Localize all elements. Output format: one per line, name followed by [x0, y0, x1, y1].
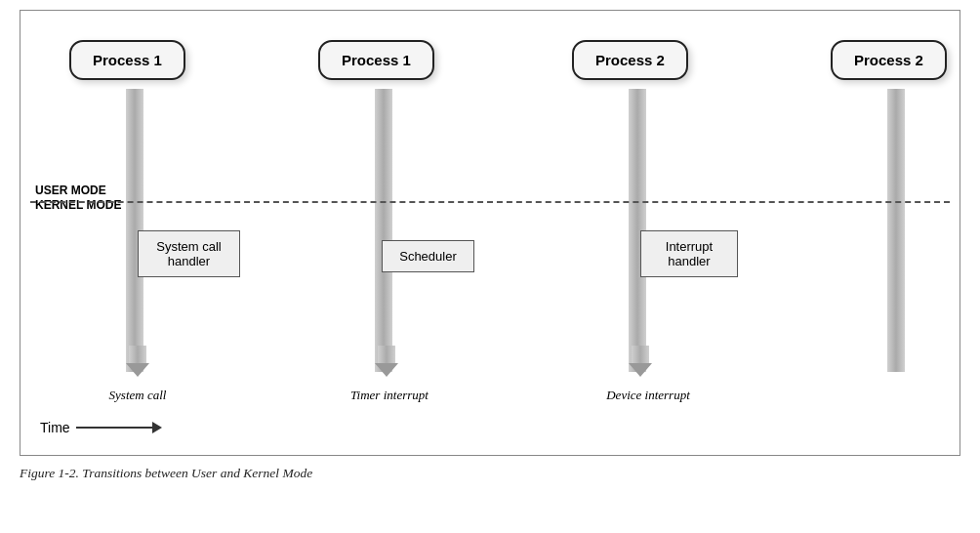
process-box-p2b: Process 2: [831, 40, 947, 80]
arrow-body-2: [378, 346, 395, 363]
arrow-head-2: [375, 363, 398, 377]
time-arrow-head: [152, 422, 162, 433]
time-section: Time: [40, 420, 154, 435]
arrow-body-3: [632, 346, 649, 363]
scheduler-box: Scheduler: [382, 240, 474, 272]
time-arrow-line: [76, 427, 154, 429]
vline-4: [887, 89, 905, 372]
scheduler-label: Scheduler: [399, 249, 457, 264]
event-label-device: Device interrupt: [580, 388, 716, 403]
arrow-head-1: [126, 363, 149, 377]
time-label: Time: [40, 420, 70, 435]
process-box-p1a: Process 1: [69, 40, 185, 80]
interrupt-handler-line2: handler: [668, 254, 710, 268]
user-mode-label: USER MODE: [35, 184, 106, 197]
arrow-head-3: [629, 363, 652, 377]
syscall-handler-line1: System call: [156, 239, 221, 254]
event-label-syscall: System call: [79, 388, 196, 403]
process-box-p2a: Process 2: [572, 40, 688, 80]
diagram-inner: Process 1 Process 1 Process 2 Process 2 …: [30, 30, 950, 440]
arrow-body-1: [129, 346, 146, 363]
figure-caption: Figure 1-2. Transitions between User and…: [20, 466, 960, 481]
interrupt-handler-line1: Interrupt: [666, 239, 713, 254]
interrupt-handler-box: Interrupt handler: [640, 230, 738, 277]
mode-divider-line: [30, 201, 950, 203]
vline-2: [375, 89, 392, 372]
process-box-p1b: Process 1: [318, 40, 434, 80]
arrow-3: [629, 346, 652, 377]
syscall-handler-box: System call handler: [138, 230, 240, 277]
event-label-timer: Timer interrupt: [326, 388, 453, 403]
arrow-2: [375, 346, 398, 377]
syscall-handler-line2: handler: [168, 254, 210, 268]
arrow-1: [126, 346, 149, 377]
diagram-container: Process 1 Process 1 Process 2 Process 2 …: [20, 10, 960, 456]
time-arrow: [76, 427, 154, 429]
